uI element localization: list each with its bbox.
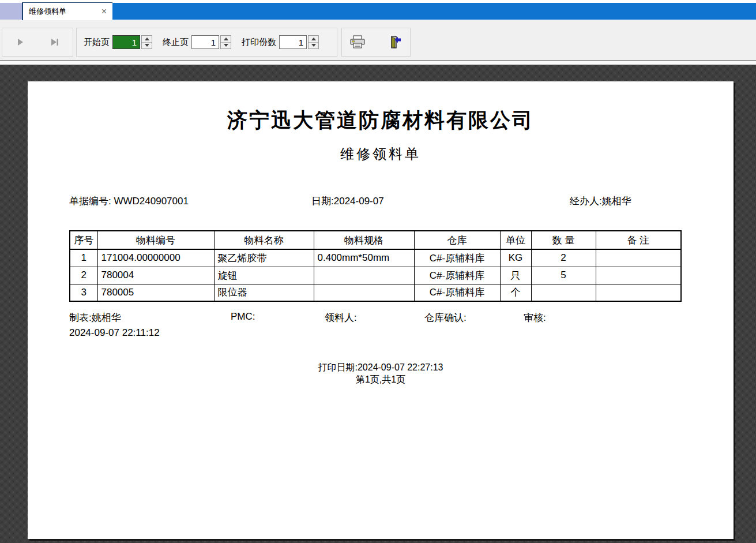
tab-bar-spacer [0,3,22,20]
copies-spinner [308,35,319,49]
page-settings-group: 开始页 1 终止页 1 打印份数 1 [76,28,337,57]
triangle-down-icon [311,44,316,47]
table-header-cell: 序号 [70,231,97,249]
skip-to-end-icon [50,38,60,47]
start-page-spinner [141,35,152,49]
table-row: 3780005限位器C#-原辅料库个 [70,284,681,301]
table-cell: KG [500,249,531,267]
table-header-cell: 仓库 [414,231,500,249]
triangle-up-icon [224,38,228,40]
table-cell: 0.400mm*50mm [314,249,414,267]
table-cell: 1 [70,249,97,267]
table-cell [531,284,596,301]
table-cell [314,284,414,301]
triangle-up-icon [145,38,149,40]
tab-repair-requisition[interactable]: 维修领料单 × [22,2,112,20]
table-cell: 只 [500,267,531,284]
start-page-input[interactable]: 1 [112,35,140,49]
items-table: 序号物料编号物料名称物料规格仓库单位数 量备 注 1171004.0000000… [69,230,682,302]
end-page-label: 终止页 [163,37,189,48]
table-cell: 2 [70,267,97,284]
table-header-cell: 物料编号 [97,231,214,249]
table-cell: 旋钮 [214,267,314,284]
table-header-row: 序号物料编号物料名称物料规格仓库单位数 量备 注 [70,231,681,249]
preview-area: 济宁迅大管道防腐材料有限公司 维修领料单 单据编号: WWD240907001 … [0,61,756,543]
toolbar: 开始页 1 终止页 1 打印份数 1 [0,20,756,61]
spinner-up-button[interactable] [142,36,152,42]
last-page-button[interactable] [47,35,62,50]
triangle-down-icon [145,44,149,47]
company-title: 济宁迅大管道防腐材料有限公司 [28,107,734,134]
preview-background: 济宁迅大管道防腐材料有限公司 维修领料单 单据编号: WWD240907001 … [0,65,756,543]
pmc-label: PMC: [231,311,255,323]
table-cell [596,249,681,267]
table-header-cell: 物料名称 [214,231,314,249]
print-button[interactable] [348,32,367,52]
make-time: 2024-09-07 22:11:12 [69,327,160,339]
document-date: 日期:2024-09-07 [311,194,384,208]
page-info: 第1页,共1页 [28,374,734,386]
tab-title: 维修领料单 [29,6,66,17]
triangle-down-icon [224,44,228,47]
play-icon [16,38,25,47]
triangle-up-icon [311,38,316,40]
spinner-up-button[interactable] [309,36,318,42]
table-cell: 个 [500,284,531,301]
table-row: 2780004旋钮C#-原辅料库只5 [70,267,681,284]
print-preview-window: 维修领料单 × 开始页 1 [0,0,756,543]
signature-row: 制表:姚相华 PMC: 领料人: 仓库确认: 审核: [28,311,734,324]
table-cell [596,267,681,284]
table-cell: 聚乙烯胶带 [214,249,314,267]
table-cell: 5 [531,267,596,284]
spinner-down-button[interactable] [309,42,318,49]
printer-icon [349,35,366,49]
end-page-input[interactable]: 1 [191,35,219,49]
document-number: 单据编号: WWD240907001 [69,194,189,208]
table-header-cell: 物料规格 [314,231,414,249]
table-cell [314,267,414,284]
table-cell: C#-原辅料库 [414,249,500,267]
table-cell: 3 [70,284,97,301]
close-icon[interactable]: × [101,7,107,16]
actions-group [341,28,411,57]
table-cell: 780005 [97,284,214,301]
table-cell: 171004.00000000 [97,249,214,267]
table-cell [596,284,681,301]
picker-label: 领料人: [325,311,357,324]
table-row: 1171004.00000000聚乙烯胶带0.400mm*50mmC#-原辅料库… [70,249,681,267]
end-page-spinner [220,35,231,49]
auditor-label: 审核: [524,311,546,324]
copies-input[interactable]: 1 [279,35,307,49]
document-info-row: 单据编号: WWD240907001 日期:2024-09-07 经办人:姚相华 [28,194,734,207]
tab-bar: 维修领料单 × [0,0,756,20]
exit-button[interactable] [385,32,404,52]
table-cell: 限位器 [214,284,314,301]
spinner-up-button[interactable] [221,36,231,42]
document-page: 济宁迅大管道防腐材料有限公司 维修领料单 单据编号: WWD240907001 … [28,81,734,539]
table-cell: C#-原辅料库 [414,267,500,284]
table-cell: 2 [531,249,596,267]
exit-door-icon [386,35,403,49]
maker-label: 制表:姚相华 [69,311,121,324]
next-page-button[interactable] [13,35,28,50]
page-navigation-group [2,28,73,57]
form-title: 维修领料单 [28,145,734,163]
table-cell: C#-原辅料库 [414,284,500,301]
tab-bar-fill [112,3,756,20]
spinner-down-button[interactable] [142,42,152,49]
table-header-cell: 单位 [500,231,531,249]
table-header-cell: 数 量 [531,231,596,249]
table-body: 1171004.00000000聚乙烯胶带0.400mm*50mmC#-原辅料库… [70,249,681,301]
copies-label: 打印份数 [242,37,276,48]
table-cell: 780004 [97,267,214,284]
print-date: 打印日期:2024-09-07 22:27:13 [28,362,734,374]
handler-name: 经办人:姚相华 [570,194,631,208]
spinner-down-button[interactable] [221,42,231,49]
warehouse-confirm-label: 仓库确认: [424,311,467,324]
table-header-cell: 备 注 [596,231,681,249]
start-page-label: 开始页 [84,37,110,48]
